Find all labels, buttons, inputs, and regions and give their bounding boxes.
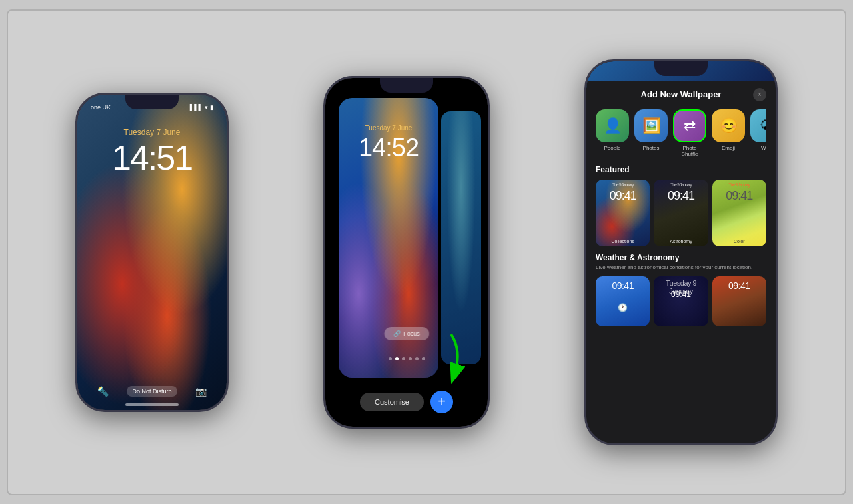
emoji-type-label: Emoji	[722, 145, 735, 151]
panel-header: Add New Wallpaper ×	[596, 88, 766, 101]
featured-astronomy[interactable]: Tue 9 January 09:41 Astronomy	[654, 180, 708, 246]
signal-icon: ▌▌▌	[190, 104, 203, 111]
collections-label: Collections	[596, 239, 650, 244]
weather-item-2[interactable]: Tuesday 9 January 09:41	[654, 276, 708, 326]
photos-type-icon: 🖼️	[634, 109, 668, 142]
battery-icon: ▮	[210, 104, 213, 111]
weather1-time: 09:41	[596, 280, 650, 291]
wallpaper-type-photos[interactable]: 🖼️ Photos	[634, 109, 668, 157]
people-type-icon: 👤	[596, 109, 629, 142]
phone2-focus-pill: 🔗 Focus	[384, 327, 429, 340]
weather-item-1[interactable]: 09:41 🕐	[596, 276, 650, 326]
featured-collections[interactable]: Tue 9 January 09:41 Collections	[596, 180, 650, 246]
dot-3	[402, 357, 405, 360]
weather1-icons: 🕐	[596, 301, 650, 313]
phone2-side-card	[441, 111, 481, 364]
weather-type-icon: 🌤	[750, 109, 766, 142]
phone2-bottom-bar: Customise +	[325, 391, 488, 413]
dot-4	[409, 357, 412, 360]
weather2-big-time: 09:41	[654, 290, 708, 299]
weather-description: Live weather and astronomical conditions…	[596, 264, 766, 271]
phone-2: Tuesday 7 June 14:52 🔗 Focus Customise +	[323, 76, 490, 429]
phone2-screen: Tuesday 7 June 14:52 🔗 Focus Customise +	[325, 78, 488, 427]
weather-section-title: Weather & Astronomy	[596, 253, 766, 262]
phone1-carrier: one UK	[91, 104, 111, 111]
shuffle-type-label: PhotoShuffle	[682, 145, 698, 157]
phone1-time: 14:51	[77, 138, 227, 178]
scene: one UK ▌▌▌ ▾ ▮ Tuesday 7 June 14:51 🔦 Do…	[7, 9, 846, 495]
close-icon: ×	[758, 91, 762, 98]
wallpaper-types-row: 👤 People 🖼️ Photos ⇄ Ph	[596, 109, 766, 157]
wallpaper-type-weather[interactable]: 🌤 Weal	[750, 109, 766, 157]
phone-1: one UK ▌▌▌ ▾ ▮ Tuesday 7 June 14:51 🔦 Do…	[75, 93, 229, 412]
shuffle-icon: ⇄	[684, 117, 696, 134]
featured-color[interactable]: Tue 9 January 09:41 Color	[712, 180, 766, 246]
phone1-screen: one UK ▌▌▌ ▾ ▮ Tuesday 7 June 14:51 🔦 Do…	[77, 95, 227, 410]
weather3-time: 09:41	[712, 280, 766, 291]
plus-icon: +	[438, 394, 446, 409]
do-not-disturb-label: Do Not Disturb	[127, 386, 177, 397]
wallpaper-type-emoji[interactable]: 😊 Emoji	[712, 109, 745, 157]
weather-item-3[interactable]: 09:41	[712, 276, 766, 326]
phone2-date: Tuesday 7 June	[339, 125, 438, 132]
people-type-label: People	[604, 145, 621, 151]
photos-type-label: Photos	[643, 145, 660, 151]
panel-title: Add New Wallpaper	[609, 89, 753, 99]
green-arrow-annotation	[434, 331, 468, 387]
wallpaper-panel: Add New Wallpaper × 👤 People	[586, 81, 776, 443]
dot-5	[415, 357, 419, 360]
color-time: 09:41	[712, 189, 766, 203]
featured-section-title: Featured	[596, 165, 766, 174]
people-icon: 👤	[604, 117, 622, 134]
weather-icon: 🌤	[760, 117, 766, 134]
phone2-notch	[380, 78, 433, 93]
shuffle-type-icon: ⇄	[673, 109, 706, 142]
astronomy-time-small: Tue 9 January	[654, 182, 708, 187]
close-button[interactable]: ×	[753, 88, 766, 101]
dot-2	[395, 357, 399, 360]
color-label: Color	[712, 239, 766, 244]
emoji-type-icon: 😊	[712, 109, 745, 142]
camera-icon[interactable]: 📷	[195, 386, 207, 397]
customise-button[interactable]: Customise	[360, 393, 424, 411]
astronomy-label: Astronomy	[654, 239, 708, 244]
weather-type-label: Weal	[761, 145, 766, 151]
phone1-date: Tuesday 7 June	[77, 128, 227, 137]
dot-1	[389, 357, 392, 360]
phone1-notch	[125, 95, 179, 109]
weather-grid: 09:41 🕐 Tuesday 9 January 09:41 09:41	[596, 276, 766, 326]
emoji-icon: 😊	[720, 117, 738, 134]
phone1-status-icons: ▌▌▌ ▾ ▮	[190, 104, 213, 111]
collections-time: 09:41	[596, 189, 650, 203]
phone3-screen: Add New Wallpaper × 👤 People	[586, 61, 776, 443]
dot-6	[422, 357, 425, 360]
wallpaper-type-shuffle[interactable]: ⇄ PhotoShuffle	[673, 109, 706, 157]
phone1-home-indicator	[125, 403, 179, 406]
wifi-icon: ▾	[205, 104, 208, 111]
wallpaper-type-people[interactable]: 👤 People	[596, 109, 629, 157]
astronomy-time: 09:41	[654, 189, 708, 203]
phone-3: Add New Wallpaper × 👤 People	[584, 59, 778, 445]
color-time-small: Tue 9 January	[712, 182, 766, 187]
collections-time-small: Tue 9 January	[596, 182, 650, 187]
focus-chain-icon: 🔗	[393, 330, 401, 337]
phone3-notch	[654, 61, 708, 76]
photos-icon: 🖼️	[642, 117, 660, 134]
add-wallpaper-button[interactable]: +	[430, 391, 453, 413]
featured-grid: Tue 9 January 09:41 Collections Tue 9 Ja…	[596, 180, 766, 246]
phone1-bottom-bar: 🔦 Do Not Disturb 📷	[77, 386, 227, 397]
phone2-time: 14:52	[339, 134, 438, 162]
focus-label: Focus	[403, 330, 420, 337]
flashlight-icon[interactable]: 🔦	[97, 386, 109, 397]
